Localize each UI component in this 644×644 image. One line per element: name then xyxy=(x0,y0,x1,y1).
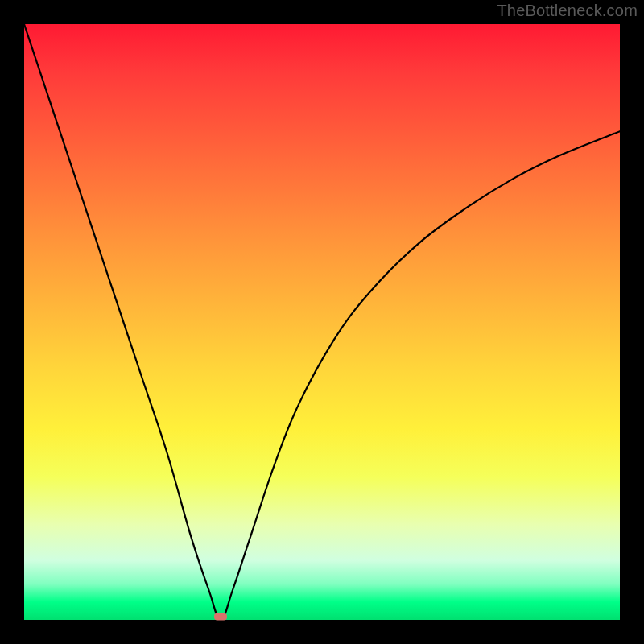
chart-frame: TheBottleneck.com xyxy=(0,0,644,644)
plot-area xyxy=(24,24,620,620)
watermark-label: TheBottleneck.com xyxy=(497,2,638,20)
bottleneck-curve xyxy=(24,24,620,620)
optimum-marker xyxy=(214,613,227,621)
curve-layer xyxy=(24,24,620,620)
